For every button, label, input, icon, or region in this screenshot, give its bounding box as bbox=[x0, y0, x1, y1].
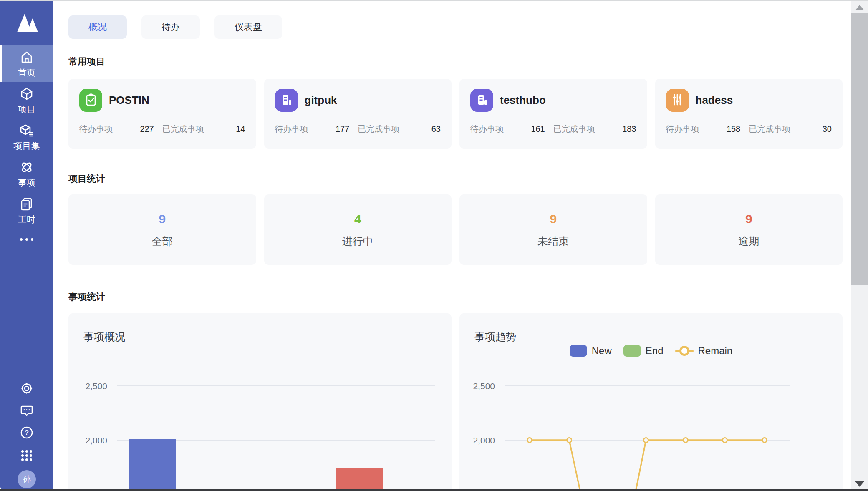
project-name: hadess bbox=[696, 94, 733, 107]
todo-label: 待办事项 bbox=[79, 123, 113, 135]
view-tabs: 概况 待办 仪表盘 bbox=[68, 15, 843, 39]
project-name: gitpuk bbox=[305, 94, 337, 107]
done-label: 已完成事项 bbox=[749, 123, 790, 135]
legend-swatch-end bbox=[623, 345, 641, 357]
project-card[interactable]: POSTIN 待办事项 227 已完成事项 14 bbox=[68, 79, 256, 149]
clipboard-check-icon bbox=[83, 92, 98, 109]
question-icon: ? bbox=[20, 426, 34, 441]
section-title-project-stats: 项目统计 bbox=[68, 173, 843, 185]
done-label: 已完成事项 bbox=[162, 123, 204, 135]
avatar-initial: 孙 bbox=[23, 474, 31, 485]
done-count: 183 bbox=[595, 124, 636, 134]
stat-card-overdue[interactable]: 9 逾期 bbox=[655, 194, 843, 265]
sidebar-item-home[interactable]: 首页 bbox=[0, 45, 53, 82]
chart-legend: New End Remain bbox=[459, 345, 843, 357]
stat-card-unfinished[interactable]: 9 未结束 bbox=[459, 194, 647, 265]
home-icon bbox=[20, 50, 34, 66]
chat-bubble-icon bbox=[20, 403, 34, 419]
help-button[interactable]: ? bbox=[19, 426, 34, 441]
project-icon-testhubo bbox=[470, 89, 493, 112]
chart-title: 事项概况 bbox=[83, 330, 125, 344]
sidebar-item-label: 项目集 bbox=[14, 141, 40, 150]
todo-count: 158 bbox=[699, 124, 741, 134]
sidebar-item-programs[interactable]: 项目集 bbox=[0, 118, 53, 155]
tab-overview[interactable]: 概况 bbox=[68, 15, 127, 39]
done-count: 63 bbox=[399, 124, 441, 134]
scrollbar-up-arrow-icon[interactable] bbox=[855, 5, 864, 10]
done-count: 30 bbox=[790, 124, 832, 134]
sidebar-item-label: 事项 bbox=[18, 178, 35, 187]
tab-todo[interactable]: 待办 bbox=[141, 15, 200, 39]
charts-row: 事项概况 2,5002,0001,500 事项趋势 New End Remain bbox=[68, 313, 843, 491]
mountain-logo-icon bbox=[15, 11, 39, 35]
window-top-border bbox=[0, 0, 868, 1]
project-card[interactable]: testhubo 待办事项 161 已完成事项 183 bbox=[459, 79, 647, 149]
main-content: 概况 待办 仪表盘 常用项目 POSTIN 待办事项 bbox=[68, 1, 843, 491]
sidebar-more-button[interactable] bbox=[0, 229, 53, 250]
project-card[interactable]: gitpuk 待办事项 177 已完成事项 63 bbox=[264, 79, 452, 149]
issue-trend-line-chart: 2,5002,0001,500 bbox=[459, 313, 843, 491]
legend-swatch-new bbox=[570, 345, 587, 357]
sidebar-item-timesheet[interactable]: 工时 bbox=[0, 192, 53, 229]
taskbar-edge-strip bbox=[0, 489, 868, 491]
sliders-icon bbox=[670, 92, 685, 109]
ellipsis-icon bbox=[20, 238, 23, 241]
project-name: testhubo bbox=[500, 94, 546, 107]
stat-value: 9 bbox=[550, 213, 557, 225]
todo-label: 待办事项 bbox=[275, 123, 308, 135]
done-count: 14 bbox=[204, 124, 245, 134]
vertical-scrollbar[interactable] bbox=[851, 1, 868, 491]
stat-value: 9 bbox=[159, 213, 166, 225]
legend-label: Remain bbox=[698, 345, 733, 357]
todo-count: 227 bbox=[113, 124, 154, 134]
project-card[interactable]: hadess 待办事项 158 已完成事项 30 bbox=[655, 79, 843, 149]
issue-overview-bar-chart: 2,5002,0001,500 bbox=[68, 313, 452, 491]
apps-button[interactable] bbox=[19, 448, 34, 463]
svg-text:2,000: 2,000 bbox=[473, 436, 495, 445]
gear-icon bbox=[20, 381, 34, 397]
stat-value: 4 bbox=[354, 213, 361, 225]
sidebar-item-issues[interactable]: 事项 bbox=[0, 155, 53, 192]
issue-overview-chart-card: 事项概况 2,5002,0001,500 bbox=[68, 313, 452, 491]
stat-label: 全部 bbox=[152, 236, 173, 247]
project-icon-postin bbox=[79, 89, 102, 112]
issue-trend-chart-card: 事项趋势 New End Remain 2,5002,0001,500 bbox=[459, 313, 843, 491]
todo-label: 待办事项 bbox=[666, 123, 699, 135]
user-avatar[interactable]: 孙 bbox=[18, 470, 36, 488]
svg-text:2,500: 2,500 bbox=[85, 381, 107, 391]
legend-item-remain[interactable]: Remain bbox=[675, 345, 733, 357]
sidebar-bottom: ? 孙 bbox=[0, 382, 53, 488]
stat-label: 逾期 bbox=[738, 236, 759, 247]
sidebar-item-label: 项目 bbox=[18, 105, 35, 113]
todo-count: 177 bbox=[308, 124, 350, 134]
stat-label: 进行中 bbox=[342, 236, 373, 247]
legend-label: End bbox=[646, 345, 664, 357]
sidebar-item-projects[interactable]: 项目 bbox=[0, 82, 53, 118]
project-stats-row: 9 全部 4 进行中 9 未结束 9 逾期 bbox=[68, 194, 843, 265]
legend-item-end[interactable]: End bbox=[623, 345, 664, 357]
tab-dashboard[interactable]: 仪表盘 bbox=[214, 15, 282, 39]
chart-title: 事项趋势 bbox=[474, 330, 516, 344]
settings-button[interactable] bbox=[19, 382, 34, 397]
stat-card-all[interactable]: 9 全部 bbox=[68, 194, 256, 265]
pages-icon bbox=[20, 197, 34, 213]
scrollbar-down-arrow-icon[interactable] bbox=[855, 481, 864, 487]
app-logo[interactable] bbox=[0, 1, 53, 45]
stat-label: 未结束 bbox=[537, 236, 569, 247]
apps-grid-icon bbox=[21, 450, 32, 461]
project-cards-row: POSTIN 待办事项 227 已完成事项 14 bbox=[68, 79, 843, 149]
legend-item-new[interactable]: New bbox=[570, 345, 612, 357]
stat-card-in-progress[interactable]: 4 进行中 bbox=[264, 194, 452, 265]
scrollbar-thumb[interactable] bbox=[851, 13, 868, 285]
svg-text:2,500: 2,500 bbox=[473, 381, 495, 391]
done-label: 已完成事项 bbox=[358, 123, 399, 135]
sidebar-item-label: 工时 bbox=[18, 215, 35, 224]
section-title-issue-stats: 事项统计 bbox=[68, 291, 843, 303]
knot-icon bbox=[20, 160, 34, 176]
building-icon bbox=[474, 92, 490, 109]
feedback-button[interactable] bbox=[19, 404, 34, 419]
sidebar: 首页 项目 项目集 bbox=[0, 1, 53, 491]
svg-text:?: ? bbox=[25, 429, 29, 437]
cube-icon bbox=[20, 87, 34, 103]
legend-label: New bbox=[592, 345, 612, 357]
